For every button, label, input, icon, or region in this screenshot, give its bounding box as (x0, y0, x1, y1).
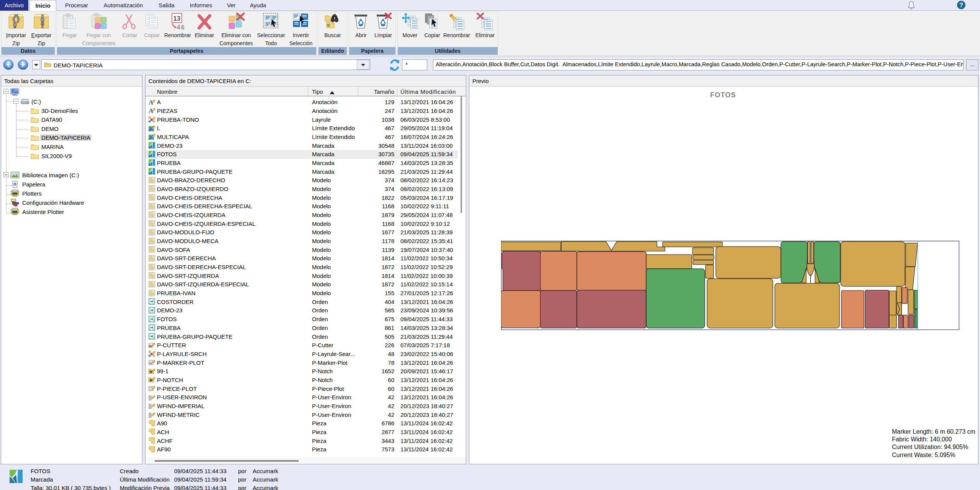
svg-text:46: 46 (177, 24, 185, 30)
svg-text:13: 13 (173, 15, 181, 22)
svg-text:?: ? (959, 2, 963, 9)
